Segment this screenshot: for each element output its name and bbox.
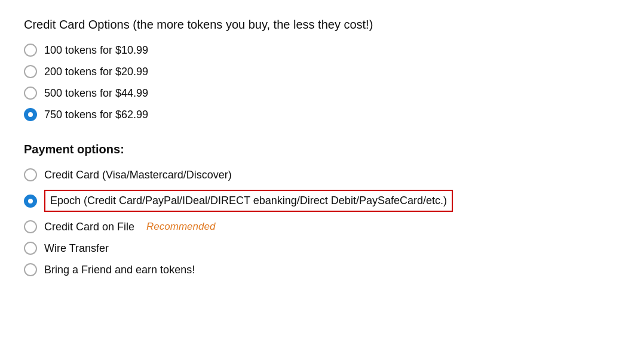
payment-option-1-label: Credit Card (Visa/Mastercard/Discover) xyxy=(44,169,232,181)
radio-circle-1 xyxy=(24,44,37,57)
payment-option-5-label: Bring a Friend and earn tokens! xyxy=(44,264,195,276)
payment-option-3[interactable]: Credit Card on File Recommended xyxy=(24,220,595,233)
payment-radio-5 xyxy=(24,263,37,276)
token-option-1[interactable]: 100 tokens for $10.99 xyxy=(24,44,595,57)
payment-section-title: Payment options: xyxy=(24,143,595,156)
token-option-2-label: 200 tokens for $20.99 xyxy=(44,66,148,78)
token-options-group: 100 tokens for $10.99 200 tokens for $20… xyxy=(24,44,595,121)
radio-circle-3 xyxy=(24,87,37,100)
token-option-3-label: 500 tokens for $44.99 xyxy=(44,87,148,100)
payment-option-2-label: Epoch (Credit Card/PayPal/IDeal/DIRECT e… xyxy=(44,190,453,212)
token-option-4[interactable]: 750 tokens for $62.99 xyxy=(24,108,595,121)
token-option-3[interactable]: 500 tokens for $44.99 xyxy=(24,87,595,100)
token-option-1-label: 100 tokens for $10.99 xyxy=(44,44,148,57)
payment-radio-1 xyxy=(24,168,37,181)
payment-option-3-label: Credit Card on File xyxy=(44,221,134,233)
payment-option-4-label: Wire Transfer xyxy=(44,242,109,255)
token-option-4-label: 750 tokens for $62.99 xyxy=(44,109,148,121)
radio-circle-4 xyxy=(24,108,37,121)
recommended-badge: Recommended xyxy=(146,221,215,233)
radio-circle-2 xyxy=(24,65,37,78)
payment-radio-4 xyxy=(24,242,37,255)
payment-option-4[interactable]: Wire Transfer xyxy=(24,242,595,255)
payment-option-1[interactable]: Credit Card (Visa/Mastercard/Discover) xyxy=(24,168,595,181)
credit-card-section-title: Credit Card Options (the more tokens you… xyxy=(24,18,595,32)
payment-radio-2 xyxy=(24,195,37,208)
payment-option-2[interactable]: Epoch (Credit Card/PayPal/IDeal/DIRECT e… xyxy=(24,190,595,212)
token-option-2[interactable]: 200 tokens for $20.99 xyxy=(24,65,595,78)
payment-option-5[interactable]: Bring a Friend and earn tokens! xyxy=(24,263,595,276)
payment-radio-3 xyxy=(24,220,37,233)
